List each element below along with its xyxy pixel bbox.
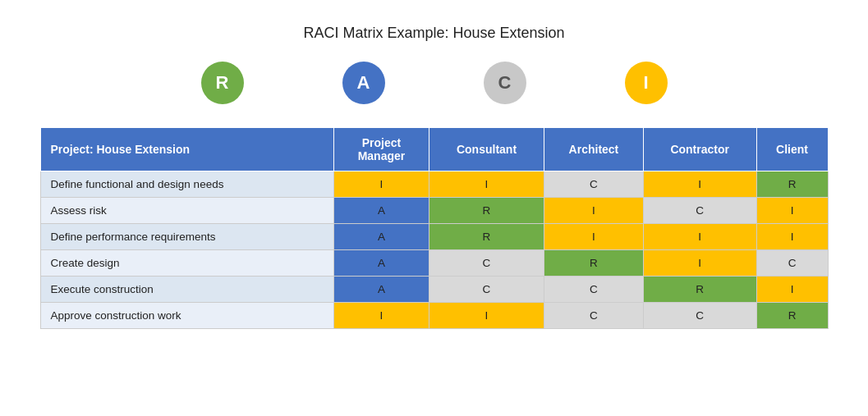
table-row: Define functional and design needsIICIR [40,171,828,198]
cell-contractor-2: I [643,224,756,250]
cell-client-1: I [756,198,828,224]
cell-client-0: R [756,171,828,198]
page-wrapper: RACI Matrix Example: House Extension R A… [40,16,829,329]
legend-item-i: I [625,62,668,104]
i-circle: I [625,62,668,104]
table-row: Assess riskARICI [40,198,828,224]
cell-contractor-5: C [643,303,756,329]
c-circle: C [484,62,526,104]
cell-consultant-5: I [429,303,544,329]
table-row: Create designACRIC [40,250,828,277]
legend-row: R A C I [40,62,829,104]
cell-consultant-0: I [429,171,544,198]
r-circle: R [201,62,244,104]
cell-client-3: C [756,250,828,277]
table-header-row: Project: House Extension ProjectManager … [40,128,828,171]
cell-consultant-3: C [429,250,544,277]
cell-architect-0: C [544,171,644,198]
cell-consultant-2: R [429,224,544,250]
table-row: Execute constructionACCRI [40,277,828,303]
table-row: Approve construction workIICCR [40,303,828,329]
page-title: RACI Matrix Example: House Extension [40,25,829,42]
cell-contractor-0: I [643,171,756,198]
row-label-3: Create design [40,250,333,277]
cell-contractor-4: R [643,277,756,303]
cell-pm-3: A [333,250,429,277]
cell-architect-5: C [544,303,644,329]
cell-contractor-1: C [643,198,756,224]
cell-contractor-3: I [643,250,756,277]
cell-consultant-1: R [429,198,544,224]
row-label-4: Execute construction [40,277,333,303]
cell-architect-1: I [544,198,644,224]
cell-pm-0: I [333,171,429,198]
cell-client-2: I [756,224,828,250]
row-label-1: Assess risk [40,198,333,224]
row-label-0: Define functional and design needs [40,171,333,198]
cell-architect-4: C [544,277,644,303]
header-client: Client [756,128,828,171]
header-pm: ProjectManager [333,128,429,171]
row-label-5: Approve construction work [40,303,333,329]
header-consultant: Consultant [429,128,544,171]
header-contractor: Contractor [643,128,756,171]
cell-pm-4: A [333,277,429,303]
legend-item-r: R [201,62,244,104]
legend-item-a: A [342,62,385,104]
cell-architect-3: R [544,250,644,277]
cell-consultant-4: C [429,277,544,303]
cell-client-4: I [756,277,828,303]
a-circle: A [342,62,385,104]
cell-client-5: R [756,303,828,329]
legend-item-c: C [484,62,526,104]
cell-pm-5: I [333,303,429,329]
row-label-2: Define performance requirements [40,224,333,250]
cell-pm-1: A [333,198,429,224]
cell-pm-2: A [333,224,429,250]
cell-architect-2: I [544,224,644,250]
header-architect: Architect [544,128,644,171]
table-row: Define performance requirementsARIII [40,224,828,250]
header-project: Project: House Extension [40,128,333,171]
raci-matrix-table: Project: House Extension ProjectManager … [40,127,829,329]
